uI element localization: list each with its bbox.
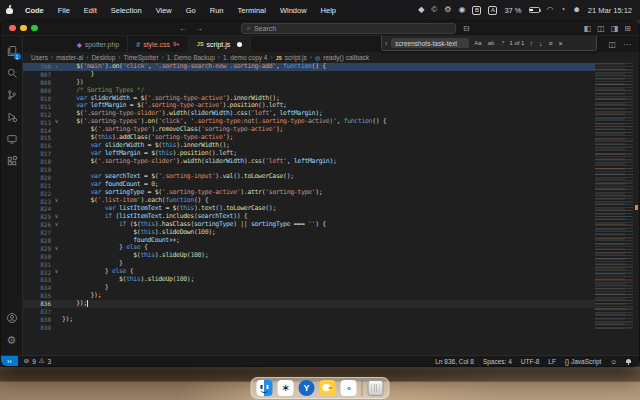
menu-window[interactable]: Window <box>273 6 314 15</box>
find-in-selection-icon[interactable]: ≡ <box>547 40 553 47</box>
code-line-831[interactable]: 831 } <box>23 260 595 268</box>
fold-icon[interactable]: ∨ <box>51 119 62 125</box>
code-line-833[interactable]: 833 $(this).slideUp(100); <box>23 276 595 284</box>
code-line-816[interactable]: 816 var sliderWidth = $(this).innerWidth… <box>23 142 595 150</box>
notifications-bell-icon[interactable] <box>626 359 631 364</box>
fold-icon[interactable]: ∨ <box>51 214 62 220</box>
sidebar-item-extensions[interactable] <box>3 150 21 172</box>
settings-gear-icon[interactable]: ⚙ <box>3 329 21 351</box>
split-editor-icon[interactable]: ◫ <box>608 40 616 49</box>
eol[interactable]: LF <box>548 358 556 365</box>
problems-summary[interactable]: ⊘ 9 ⚠ 3 <box>18 357 58 365</box>
cursor-position[interactable]: Ln 836, Col 8 <box>435 358 474 365</box>
dock-finder-icon[interactable] <box>257 380 273 396</box>
window-tool-icon[interactable]: ⊟ <box>463 24 470 33</box>
code-line-812[interactable]: 812 $('.sorting-type-slider').width(slid… <box>23 110 595 118</box>
code-editor[interactable]: 798› $('main').on('click', '.sorting-sea… <box>23 63 639 355</box>
code-line-827[interactable]: 827 $(this).slideDown(100); <box>23 229 595 237</box>
tab-spotter.php[interactable]: ◆spotter.php <box>69 36 128 52</box>
breadcrumb-item[interactable]: 1. demo copy 4 <box>223 54 267 61</box>
menubar-app-icon-a[interactable]: A <box>488 6 497 15</box>
account-icon[interactable] <box>3 307 21 329</box>
tab-style.css[interactable]: #style.css9+ <box>128 36 189 52</box>
more-actions-icon[interactable]: ⋯ <box>623 40 631 49</box>
forward-icon[interactable]: → <box>195 24 203 33</box>
code-line-807[interactable]: 807 } <box>23 71 595 79</box>
toggle-sidebar-icon[interactable]: ◧ <box>584 24 592 33</box>
menu-help[interactable]: Help <box>314 6 343 15</box>
code-line-839[interactable]: 839 <box>23 323 595 331</box>
menubar-app-icon-b[interactable]: B <box>472 6 481 15</box>
breadcrumb-item[interactable]: 1. Demo Backup <box>167 54 215 61</box>
apple-menu[interactable] <box>0 6 18 14</box>
back-icon[interactable]: ← <box>179 24 187 33</box>
sidebar-item-run-debug[interactable] <box>3 106 21 128</box>
menu-run[interactable]: Run <box>203 6 231 15</box>
code-line-817[interactable]: 817 var leftMargin = $(this).position().… <box>23 150 595 158</box>
minimize-window-button[interactable] <box>20 25 27 32</box>
code-line-834[interactable]: 834 } <box>23 284 595 292</box>
fold-icon[interactable]: › <box>51 64 62 70</box>
language-mode[interactable]: {} JavaScript <box>565 358 602 365</box>
breadcrumb-item[interactable]: script.js <box>285 54 307 61</box>
dock-y-app-icon[interactable]: Y <box>299 380 315 396</box>
code-line-832[interactable]: 832∨ } else { <box>23 268 595 276</box>
menubar-app-icon-3[interactable]: ⚙ <box>444 6 451 14</box>
sidebar-item-source-control[interactable] <box>3 84 21 106</box>
code-line-798[interactable]: 798› $('main').on('click', '.sorting-sea… <box>23 63 595 71</box>
customize-layout-icon[interactable]: ⊞ <box>624 24 631 33</box>
match-case-toggle[interactable]: Aa <box>473 40 482 46</box>
code-line-829[interactable]: 829∨ } else { <box>23 244 595 252</box>
encoding[interactable]: UTF-8 <box>521 358 539 365</box>
breadcrumb[interactable]: Users›master-al›Desktop›TimeSpotter›1. D… <box>23 52 639 63</box>
dock-trash-icon[interactable] <box>368 380 384 396</box>
menubar-app-icon-1[interactable]: ◆ <box>418 6 424 14</box>
menu-code[interactable]: Code <box>18 6 51 15</box>
window-title-bar[interactable]: ← → ⌕ Search ⊟ ◧ ◫ ◨ ⊞ <box>1 21 639 36</box>
close-find-icon[interactable]: × <box>558 40 564 47</box>
fold-icon[interactable]: ∨ <box>51 269 62 275</box>
fold-icon[interactable]: ∨ <box>51 246 62 252</box>
control-center-icon[interactable]: ◔ <box>561 6 566 14</box>
menu-selection[interactable]: Selection <box>104 6 149 15</box>
code-line-821[interactable]: 821 var foundCount = 0; <box>23 181 595 189</box>
sidebar-item-search[interactable] <box>3 62 21 84</box>
code-line-836[interactable]: 836 }); <box>23 300 595 308</box>
code-line-822[interactable]: 822 var sortingType = $('.sorting-type-a… <box>23 189 595 197</box>
indentation[interactable]: Spaces: 4 <box>483 358 512 365</box>
fold-icon[interactable]: ∨ <box>51 198 62 204</box>
dock-cyberduck-icon[interactable] <box>320 380 336 396</box>
code-line-813[interactable]: 813∨ $('.sorting-types').on('click', '.s… <box>23 118 595 126</box>
code-line-837[interactable]: 837 <box>23 308 595 316</box>
code-line-815[interactable]: 815 $(this).addClass('sorting-type-activ… <box>23 134 595 142</box>
menu-terminal[interactable]: Terminal <box>231 6 273 15</box>
feedback-icon[interactable]: ☺ <box>610 358 617 365</box>
fold-icon[interactable]: ∨ <box>51 222 62 228</box>
next-match-icon[interactable]: ↓ <box>538 40 544 47</box>
sidebar-item-remote-explorer[interactable] <box>3 128 21 150</box>
dock-chatgpt-icon[interactable]: ∗ <box>278 380 294 396</box>
code-line-811[interactable]: 811 var leftMargin = $('.sorting-type-ac… <box>23 102 595 110</box>
zoom-window-button[interactable] <box>31 25 38 32</box>
code-line-818[interactable]: 818 $('.sorting-type-slider').width(slid… <box>23 158 595 166</box>
close-window-button[interactable] <box>9 25 16 32</box>
menu-view[interactable]: View <box>149 6 179 15</box>
toggle-panel-icon[interactable]: ◫ <box>597 24 605 33</box>
code-line-810[interactable]: 810 var sliderWidth = $('.sorting-type-a… <box>23 95 595 103</box>
toggle-replace-icon[interactable]: › <box>385 40 387 47</box>
code-line-835[interactable]: 835 }); <box>23 292 595 300</box>
code-line-820[interactable]: 820 var searchText = $('.sorting-input')… <box>23 173 595 181</box>
code-line-814[interactable]: 814 $('.sorting-type').removeClass('sort… <box>23 126 595 134</box>
menubar-app-icon-4[interactable]: ◉ <box>458 6 465 14</box>
breadcrumb-item[interactable]: TimeSpotter <box>123 54 158 61</box>
remote-indicator[interactable]: ›‹ <box>1 356 18 366</box>
sidebar-item-explorer[interactable]: 1 <box>3 40 21 62</box>
code-line-809[interactable]: 809 /* Sorting Types */ <box>23 87 595 95</box>
menubar-app-icon-2[interactable]: © <box>431 6 437 14</box>
code-line-824[interactable]: 824 var listItemText = $(this).text().to… <box>23 205 595 213</box>
dock-vscode-icon[interactable]: ‹› <box>341 380 357 396</box>
code-line-826[interactable]: 826∨ if ($(this).hasClass(sortingType) |… <box>23 221 595 229</box>
toggle-secondary-sidebar-icon[interactable]: ◨ <box>611 24 619 33</box>
code-line-819[interactable]: 819 <box>23 166 595 174</box>
find-input[interactable] <box>391 38 469 48</box>
